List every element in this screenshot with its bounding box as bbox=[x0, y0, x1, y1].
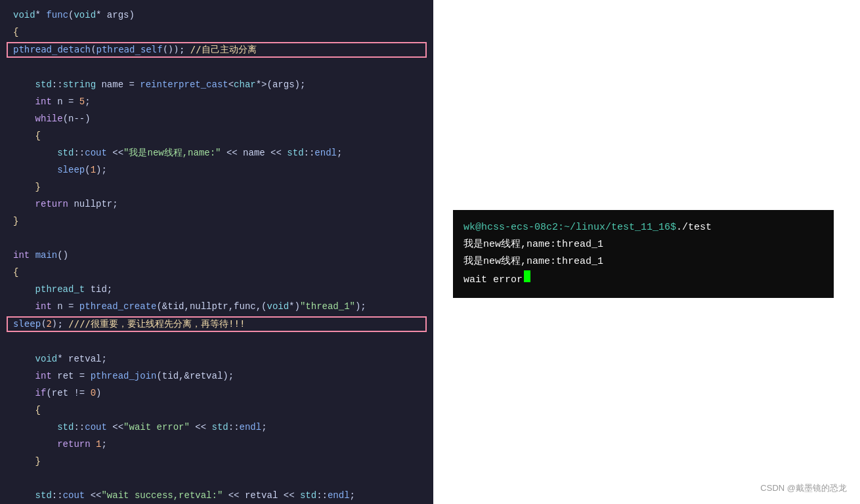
code-line-9: std::cout <<"我是new线程,name:" << name << s… bbox=[0, 144, 433, 161]
code-line-2: { bbox=[0, 24, 433, 41]
code-line-13: } bbox=[0, 213, 433, 230]
code-line-27: } bbox=[0, 453, 433, 470]
code-panel: void* func(void* args) { pthread_detach(… bbox=[0, 0, 433, 504]
code-line-1: void* func(void* args) bbox=[0, 7, 433, 24]
code-line-28 bbox=[0, 470, 433, 487]
terminal-command: ./test bbox=[676, 219, 712, 236]
code-line-19-highlight: sleep(2); ////很重要，要让线程先分离，再等待!!! bbox=[7, 316, 427, 332]
terminal-prompt: wk@hcss-ecs-08c2:~/linux/test_11_16$ bbox=[463, 219, 676, 236]
code-line-3-highlight: pthread_detach(pthread_self()); //自己主动分离 bbox=[7, 42, 427, 58]
code-line-7: while(n--) bbox=[0, 110, 433, 127]
code-line-6: int n = 5; bbox=[0, 93, 433, 110]
code-line-8: { bbox=[0, 127, 433, 144]
terminal-window: wk@hcss-ecs-08c2:~/linux/test_11_16$ ./t… bbox=[453, 210, 834, 298]
code-line-21: void* retval; bbox=[0, 350, 433, 368]
terminal-output-1: 我是new线程,name:thread_1 bbox=[463, 236, 823, 253]
code-line-4 bbox=[0, 59, 433, 76]
code-line-14 bbox=[0, 230, 433, 247]
terminal-cursor bbox=[524, 270, 530, 282]
code-line-15: int main() bbox=[0, 247, 433, 264]
right-panel: wk@hcss-ecs-08c2:~/linux/test_11_16$ ./t… bbox=[433, 0, 860, 504]
code-line-22: int ret = pthread_join(tid,&retval); bbox=[0, 368, 433, 385]
code-line-5: std::string name = reinterpret_cast<char… bbox=[0, 76, 433, 93]
code-line-23: if(ret != 0) bbox=[0, 385, 433, 402]
code-line-20 bbox=[0, 333, 433, 350]
code-line-24: { bbox=[0, 402, 433, 419]
code-line-10: sleep(1); bbox=[0, 161, 433, 178]
terminal-output-2: 我是new线程,name:thread_1 bbox=[463, 253, 823, 270]
code-line-25: std::cout <<"wait error" << std::endl; bbox=[0, 419, 433, 436]
code-line-29: std::cout <<"wait success,retval:" << re… bbox=[0, 487, 433, 504]
code-line-18: int n = pthread_create(&tid,nullptr,func… bbox=[0, 298, 433, 315]
watermark: CSDN @戴墨镜的恐龙 bbox=[760, 482, 847, 494]
code-line-17: pthread_t tid; bbox=[0, 281, 433, 298]
code-line-11: } bbox=[0, 178, 433, 196]
code-line-26: return 1; bbox=[0, 436, 433, 453]
code-line-12: return nullptr; bbox=[0, 196, 433, 213]
terminal-prompt-line: wk@hcss-ecs-08c2:~/linux/test_11_16$ ./t… bbox=[463, 219, 823, 236]
terminal-output-3: wait error bbox=[463, 270, 823, 289]
code-line-16: { bbox=[0, 264, 433, 281]
